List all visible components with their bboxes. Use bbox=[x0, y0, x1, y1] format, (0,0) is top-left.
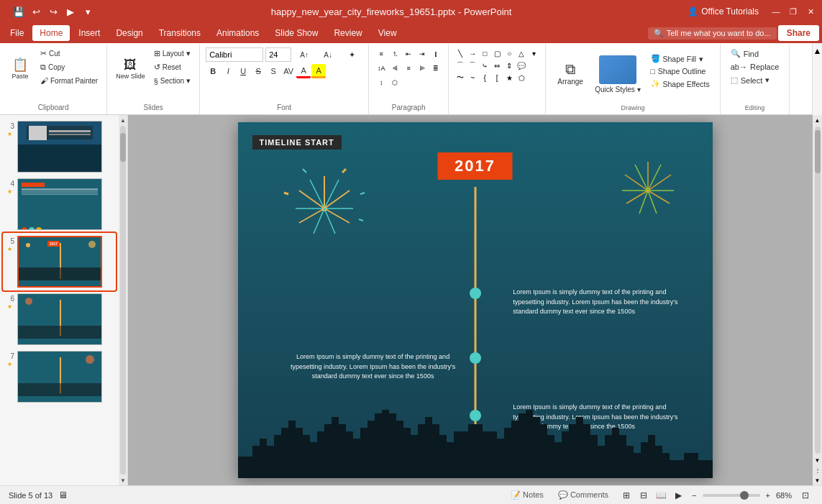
close-button[interactable]: ✕ bbox=[805, 6, 816, 17]
shape-pentagon[interactable]: ⬠ bbox=[516, 72, 527, 83]
slide-item-5[interactable]: 5 ★ 2017 bbox=[3, 233, 116, 290]
decrease-font-button[interactable]: A↓ bbox=[317, 48, 339, 61]
bullets-button[interactable]: ≡ bbox=[375, 47, 388, 60]
new-slide-button[interactable]: 🖼 New Slide bbox=[113, 47, 148, 91]
scroll-more[interactable]: ▼ bbox=[815, 475, 821, 485]
slide-scroll-down[interactable]: ▼ bbox=[815, 455, 821, 465]
menu-slideshow[interactable]: Slide Show bbox=[268, 25, 325, 41]
zoom-minus-icon[interactable]: − bbox=[692, 491, 696, 500]
highlight-button[interactable]: A bbox=[311, 64, 326, 78]
increase-indent-button[interactable]: ⇥ bbox=[416, 47, 429, 60]
underline-button[interactable]: U bbox=[236, 64, 250, 78]
menu-home[interactable]: Home bbox=[32, 25, 70, 41]
shape-effects-button[interactable]: ✨ Shape Effects bbox=[647, 78, 714, 90]
line-spacing-button[interactable]: ↕ bbox=[375, 76, 388, 89]
decrease-indent-button[interactable]: ⇤ bbox=[402, 47, 415, 60]
slide-sorter-button[interactable]: ⊟ bbox=[636, 487, 652, 503]
menu-review[interactable]: Review bbox=[326, 25, 369, 41]
undo-icon[interactable]: ↩ bbox=[29, 4, 43, 19]
slide-area-scrollbar[interactable]: ▲ ▼ ⋮ ▼ bbox=[813, 115, 822, 485]
format-painter-button[interactable]: 🖌 Format Painter bbox=[37, 75, 101, 86]
slide-item-4[interactable]: 4 ★ bbox=[3, 175, 116, 233]
menu-file[interactable]: File bbox=[3, 25, 31, 41]
shape-triangle[interactable]: △ bbox=[516, 47, 527, 59]
shape-bend[interactable]: ⤷ bbox=[479, 60, 490, 71]
shape-dbl-arrow[interactable]: ⇔ bbox=[491, 60, 503, 71]
slide-canvas[interactable]: TIMELINE START 2017 bbox=[238, 122, 713, 478]
quick-styles-button[interactable]: Quick Styles ▾ bbox=[592, 52, 643, 96]
minimize-button[interactable]: — bbox=[770, 6, 782, 17]
shape-arc[interactable]: ⌒ bbox=[467, 60, 478, 71]
increase-font-button[interactable]: A↑ bbox=[293, 48, 315, 61]
reset-button[interactable]: ↺ Reset bbox=[151, 61, 193, 73]
shape-star[interactable]: ★ bbox=[503, 72, 515, 83]
menu-insert[interactable]: Insert bbox=[71, 25, 107, 41]
bold-button[interactable]: B bbox=[206, 64, 220, 78]
align-center-button[interactable]: ≡ bbox=[402, 62, 415, 75]
paste-button[interactable]: 📋 Paste bbox=[6, 47, 35, 91]
shape-freeform[interactable]: 〜 bbox=[455, 72, 466, 83]
slide-item-7[interactable]: 7 ★ bbox=[3, 348, 116, 406]
shape-arrow-right[interactable]: → bbox=[467, 47, 478, 59]
menu-view[interactable]: View bbox=[371, 25, 404, 41]
present-icon[interactable]: ▶ bbox=[63, 4, 78, 19]
slide-scroll-up[interactable]: ▲ bbox=[815, 115, 821, 125]
restore-button[interactable]: ❐ bbox=[787, 6, 799, 17]
shape-fill-button[interactable]: 🪣 Shape Fill ▾ bbox=[647, 52, 714, 65]
strikethrough-button[interactable]: S bbox=[251, 64, 265, 78]
zoom-slider[interactable] bbox=[703, 494, 760, 497]
align-right-button[interactable]: ⫸ bbox=[416, 62, 429, 75]
font-size-selector[interactable] bbox=[265, 47, 291, 62]
layout-button[interactable]: ⊞ Layout▾ bbox=[151, 47, 193, 60]
convert-smartart-button[interactable]: ⬡ bbox=[388, 76, 401, 89]
char-spacing-button[interactable]: AV bbox=[281, 64, 296, 78]
fit-slide-button[interactable]: ⊡ bbox=[798, 487, 813, 503]
cut-button[interactable]: ✂ Cut bbox=[37, 47, 101, 60]
notes-button[interactable]: 📝 Notes bbox=[506, 489, 548, 501]
shape-line[interactable]: ╲ bbox=[455, 47, 466, 59]
find-button[interactable]: 🔍 Find bbox=[726, 47, 784, 60]
shape-scribble[interactable]: ~ bbox=[467, 72, 478, 83]
font-family-selector[interactable] bbox=[206, 47, 263, 62]
slide-item-6[interactable]: 6 ★ bbox=[3, 290, 116, 348]
shape-bracket[interactable]: [ bbox=[491, 72, 503, 83]
scroll-up-arrow[interactable]: ▲ bbox=[119, 115, 127, 125]
share-button[interactable]: Share bbox=[778, 25, 819, 41]
shape-rect[interactable]: □ bbox=[479, 47, 490, 59]
shape-up-down[interactable]: ⇕ bbox=[503, 60, 515, 71]
clear-format-button[interactable]: ✦ bbox=[341, 48, 362, 61]
font-color-button[interactable]: A bbox=[296, 64, 311, 78]
replace-button[interactable]: ab→ Replace bbox=[726, 61, 784, 73]
shape-outline-button[interactable]: □ Shape Outline bbox=[647, 65, 714, 77]
shape-callout[interactable]: 💬 bbox=[516, 60, 527, 71]
menu-animations[interactable]: Animations bbox=[209, 25, 266, 41]
shape-round-rect[interactable]: ▢ bbox=[491, 47, 503, 59]
slide-area[interactable]: ▲ ▼ ⋮ ▼ TIMELINE START 2017 bbox=[128, 115, 822, 485]
ribbon-collapse-button[interactable]: ▲ bbox=[812, 43, 822, 115]
scroll-thumb[interactable] bbox=[120, 133, 126, 162]
shape-curve[interactable]: ⌒ bbox=[455, 60, 466, 71]
office-tutorials-btn[interactable]: 👤 Office Tutorials bbox=[682, 4, 764, 19]
slideshow-button[interactable]: ▶ bbox=[670, 487, 686, 503]
comments-button[interactable]: 💬 Comments bbox=[554, 489, 613, 501]
redo-icon[interactable]: ↪ bbox=[46, 4, 60, 19]
save-icon[interactable]: 💾 bbox=[12, 4, 26, 19]
shape-brace[interactable]: { bbox=[479, 72, 490, 83]
zoom-thumb[interactable] bbox=[740, 491, 749, 500]
slide-scroll-thumb[interactable] bbox=[815, 130, 821, 173]
shape-more[interactable]: ▾ bbox=[528, 47, 539, 59]
column-btn[interactable]: ⫿ bbox=[429, 47, 442, 60]
shape-oval[interactable]: ○ bbox=[503, 47, 515, 59]
copy-button[interactable]: ⧉ Copy bbox=[37, 61, 101, 73]
italic-button[interactable]: I bbox=[221, 64, 235, 78]
justify-button[interactable]: ≣ bbox=[429, 62, 442, 75]
slide-panel-scrollbar[interactable]: ▲ ▼ bbox=[119, 115, 127, 485]
text-direction-button[interactable]: ↕A bbox=[375, 62, 388, 75]
reading-view-button[interactable]: 📖 bbox=[653, 487, 669, 503]
arrange-button[interactable]: ⧉ Arrange bbox=[552, 52, 589, 94]
menu-design[interactable]: Design bbox=[109, 25, 150, 41]
section-button[interactable]: § Section▾ bbox=[151, 75, 193, 87]
dropdown-icon[interactable]: ▾ bbox=[81, 4, 95, 19]
slide-item-3[interactable]: 3 ★ bbox=[3, 118, 116, 175]
zoom-plus-icon[interactable]: + bbox=[766, 491, 770, 500]
